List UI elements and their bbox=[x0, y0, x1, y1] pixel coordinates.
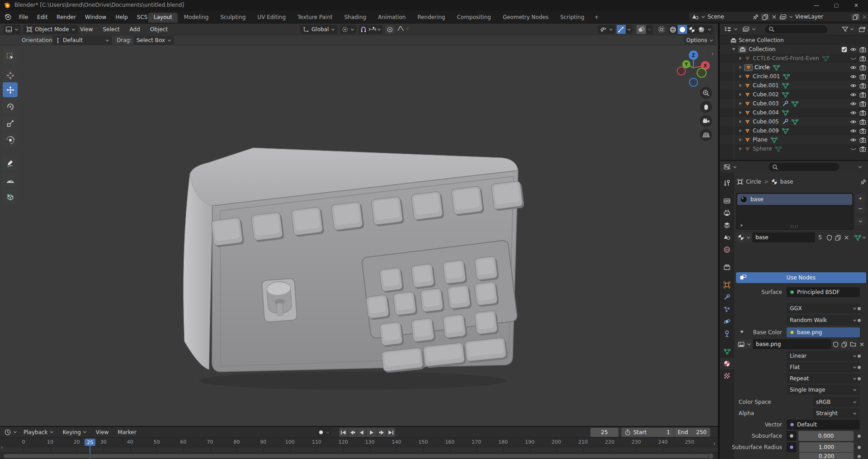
decorator-dot[interactable] bbox=[858, 455, 861, 458]
timeline-ruler[interactable]: 0102030405060708090100110120130140150160… bbox=[0, 438, 718, 447]
viewport-menu-object[interactable]: Object bbox=[145, 26, 173, 33]
playhead-frame-badge[interactable]: 25 bbox=[85, 439, 95, 446]
eye-icon[interactable] bbox=[850, 101, 857, 107]
model-3d-object[interactable] bbox=[149, 113, 556, 412]
properties-tab-scene[interactable] bbox=[720, 232, 734, 243]
viewlayer-selector[interactable]: ViewLayer bbox=[777, 12, 868, 21]
xray-toggle[interactable] bbox=[656, 25, 666, 34]
disclosure-right-icon[interactable] bbox=[739, 74, 742, 79]
image-unlink-button[interactable] bbox=[858, 339, 866, 349]
decorator-dot[interactable] bbox=[858, 377, 861, 380]
shading-dropdown[interactable] bbox=[706, 25, 713, 34]
outliner-row[interactable]: Cube.009 bbox=[720, 126, 868, 135]
material-slot-selected[interactable]: base bbox=[737, 194, 852, 205]
visibility-selector[interactable] bbox=[598, 25, 615, 34]
options-dropdown[interactable]: Options bbox=[684, 36, 716, 45]
outliner-item-name[interactable]: Cube.005 bbox=[753, 118, 779, 125]
tab-modeling[interactable]: Modeling bbox=[179, 13, 214, 23]
eye-icon[interactable] bbox=[850, 83, 857, 89]
properties-tab-physics[interactable] bbox=[720, 316, 734, 327]
chevron-down-icon[interactable] bbox=[326, 431, 330, 434]
properties-tab-render[interactable] bbox=[720, 195, 734, 207]
menu-edit[interactable]: Edit bbox=[33, 14, 52, 20]
disclosure-right-icon[interactable] bbox=[739, 65, 742, 70]
tool-scale[interactable] bbox=[3, 116, 18, 131]
checkbox-icon[interactable] bbox=[841, 47, 847, 52]
pin-icon[interactable] bbox=[860, 179, 866, 185]
tab-layout[interactable]: Layout bbox=[148, 13, 178, 23]
camera-icon[interactable] bbox=[859, 65, 866, 71]
image-setting-dropdown-flat[interactable]: Flat bbox=[787, 362, 860, 372]
outliner-row[interactable]: Sphere bbox=[720, 144, 868, 153]
viewport-menu-add[interactable]: Add bbox=[125, 26, 145, 33]
tab-compositing[interactable]: Compositing bbox=[452, 13, 496, 23]
camera-icon[interactable] bbox=[859, 110, 866, 116]
eye-icon[interactable] bbox=[850, 128, 857, 134]
mode-selector[interactable]: Object Mode bbox=[24, 25, 78, 34]
outliner-item-name[interactable]: Collection bbox=[749, 46, 775, 52]
camera-view-icon[interactable] bbox=[700, 115, 712, 127]
use-nodes-button[interactable]: Use Nodes bbox=[736, 272, 866, 283]
tool-transform[interactable] bbox=[3, 132, 18, 147]
properties-tab-output[interactable] bbox=[720, 207, 734, 219]
outliner-row[interactable]: Collection bbox=[720, 45, 868, 54]
outliner-item-name[interactable]: Cube.009 bbox=[753, 128, 779, 134]
outliner-row[interactable]: Cube.001 bbox=[720, 81, 868, 90]
drag-selector[interactable]: Select Box bbox=[134, 36, 174, 45]
tool-measure[interactable] bbox=[3, 172, 18, 187]
timeline-editor-type-button[interactable] bbox=[3, 428, 19, 437]
orientation-selector[interactable]: Default bbox=[52, 36, 112, 45]
outliner-item-name[interactable]: Scene Collection bbox=[739, 37, 784, 43]
viewport-menu-select[interactable]: Select bbox=[98, 26, 124, 33]
image-setting-dropdown-repeat[interactable]: Repeat bbox=[787, 374, 860, 383]
decorator-dot[interactable] bbox=[858, 446, 861, 449]
tab-animation[interactable]: Animation bbox=[373, 13, 411, 23]
shading-material-button[interactable] bbox=[687, 25, 697, 34]
jump-start-button[interactable] bbox=[339, 428, 348, 437]
eye-icon[interactable] bbox=[850, 65, 857, 71]
properties-tab-texture[interactable] bbox=[720, 370, 734, 382]
outliner-search-input[interactable] bbox=[765, 25, 827, 33]
timeline-sidebar-icon[interactable]: ‹ bbox=[713, 440, 716, 447]
base-color-field[interactable]: base.png bbox=[787, 327, 860, 337]
new-collection-button[interactable] bbox=[859, 26, 866, 33]
decorator-dot[interactable] bbox=[858, 435, 861, 438]
menu-file[interactable]: File bbox=[14, 14, 33, 20]
camera-icon[interactable] bbox=[859, 92, 866, 98]
camera-icon[interactable] bbox=[859, 119, 866, 125]
sidebar-collapse-icon[interactable]: ‹ bbox=[712, 51, 714, 57]
gizmos-toggle[interactable] bbox=[617, 25, 626, 34]
outliner-row[interactable]: CCTL6-CoreS-Front-Even bbox=[720, 54, 868, 63]
properties-tab-tool[interactable] bbox=[720, 177, 734, 189]
tool-select-box[interactable] bbox=[3, 49, 18, 64]
record-icon[interactable] bbox=[318, 430, 324, 435]
properties-tab-view-layer[interactable] bbox=[720, 219, 734, 231]
next-keyframe-button[interactable] bbox=[377, 428, 386, 437]
decorator-dot[interactable] bbox=[858, 319, 861, 322]
tool-move[interactable] bbox=[3, 82, 18, 97]
disclosure-right-icon[interactable] bbox=[739, 92, 742, 97]
copy-icon[interactable] bbox=[851, 14, 860, 20]
eye-icon[interactable] bbox=[850, 92, 857, 98]
gizmos-dropdown[interactable] bbox=[626, 25, 632, 34]
timeline-menu-view[interactable]: View bbox=[91, 429, 113, 435]
minimize-icon[interactable]: — bbox=[807, 0, 826, 10]
tool-rotate[interactable] bbox=[3, 99, 18, 114]
outliner-row[interactable]: Circle.001 bbox=[720, 72, 868, 81]
alpha-dropdown[interactable]: Straight bbox=[813, 408, 860, 418]
outliner-row[interactable]: Cube.005 bbox=[720, 117, 868, 126]
slot-add-button[interactable]: ＋ bbox=[855, 194, 865, 203]
outliner-item-name[interactable]: Circle bbox=[755, 64, 770, 71]
color-space-dropdown[interactable]: sRGB bbox=[813, 397, 860, 407]
copy-material-button[interactable] bbox=[834, 232, 842, 242]
subsurface-socket-toggle[interactable] bbox=[787, 431, 797, 441]
overlays-toggle[interactable] bbox=[637, 25, 646, 34]
disclosure-right-icon[interactable] bbox=[739, 83, 742, 88]
disclosure-right-icon[interactable] bbox=[739, 101, 742, 106]
jump-end-button[interactable] bbox=[387, 428, 395, 437]
tab-texture-paint[interactable]: Texture Paint bbox=[292, 13, 338, 23]
menu-render[interactable]: Render bbox=[52, 14, 80, 20]
frame-range-end[interactable]: End 250 bbox=[674, 428, 710, 437]
image-copy-button[interactable] bbox=[840, 339, 849, 349]
outliner-row[interactable]: Cube.003 bbox=[720, 99, 868, 108]
